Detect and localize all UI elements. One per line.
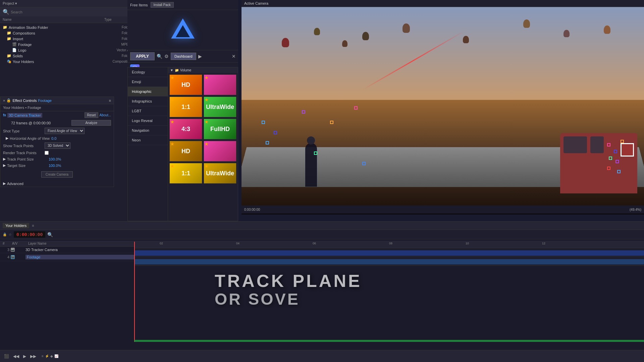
tb-snap: ⚡ [45, 354, 49, 358]
marker-6 [314, 152, 317, 155]
shot-type-label: Shot Type [3, 129, 43, 133]
category-item-ecology[interactable]: Ecology [128, 67, 168, 77]
project-label[interactable]: Project ▾ [3, 1, 17, 6]
preset-thumb-pink: ★ [204, 75, 236, 95]
category-item-infographics[interactable]: Infographics [128, 97, 168, 106]
settings-icon[interactable]: ⚙ [164, 54, 169, 59]
track-expand-icon[interactable]: ▶ [3, 157, 6, 161]
layer-video-icon[interactable]: 📷 [11, 248, 15, 252]
layer-footage-icon[interactable]: 🎬 [11, 255, 15, 259]
list-item[interactable]: 📁 Import Folder [0, 36, 134, 42]
apply-button[interactable]: APPLY [130, 52, 155, 60]
install-pack-button[interactable]: Install Pack [151, 2, 174, 8]
track-clip-4 [134, 259, 644, 264]
list-item[interactable]: 📁 Animation Studio Folder Folder [0, 24, 134, 30]
tb-graph: 📈 [54, 354, 58, 358]
category-item-logo-reveal[interactable]: Logo Reveal [128, 116, 168, 126]
preview-image: 0:00:00:00 (49.4%) [241, 7, 644, 214]
ruler-10: 10 [466, 242, 469, 245]
preset-thumb-4to3: ★ 4:3 [170, 119, 202, 139]
advanced-row[interactable]: ▶ Advanced [0, 180, 114, 187]
preset-card-ultrawide[interactable]: ★ UltraWide [204, 97, 236, 117]
shot-type-dropdown[interactable]: Fixed Angle of View [45, 128, 85, 134]
show-track-label: Show Track Points [3, 144, 43, 148]
advanced-expand-icon[interactable]: ▶ [3, 181, 6, 186]
layer-num-3: 3 [3, 248, 9, 252]
preset-label: 4:3 [181, 126, 190, 133]
tb-btn-3[interactable]: ▶▶ [29, 353, 38, 359]
expand-icon[interactable]: ▶ [6, 136, 8, 140]
layer-av-icons2: 🎬 [11, 255, 24, 259]
marker-van-4 [621, 140, 624, 143]
list-item[interactable]: 📁 Compositions Folder [0, 30, 134, 36]
preset-thumb-yellow1to1: ★ 1:1 [170, 163, 202, 183]
project-header: Project ▾ [0, 0, 134, 7]
marker-van-6 [607, 167, 610, 170]
frames-info: 72 frames @ 0:00:00:00 [11, 121, 51, 125]
preset-card-hd2[interactable]: ★ HD [169, 141, 202, 162]
category-item-navigation[interactable]: Navigation [128, 126, 168, 135]
list-item[interactable]: 📁 Solids Folder [0, 53, 134, 59]
person-body [305, 143, 317, 187]
search-icon: 🔍 [3, 9, 9, 15]
list-item[interactable]: 🎬 Footage MPEG [0, 42, 134, 47]
track-points-dropdown[interactable]: 3D Solved [45, 142, 70, 149]
preset-thumb-pink2: ★ [204, 141, 236, 161]
create-camera-button[interactable]: Create Camera [41, 171, 73, 178]
preset-card-pink[interactable]: ★ [204, 74, 236, 95]
close-button[interactable]: × [232, 53, 235, 60]
preset-card-pink2[interactable]: ★ [204, 141, 236, 162]
balloon-4 [402, 23, 410, 33]
playhead[interactable] [134, 242, 135, 342]
timeline-tab-comp[interactable]: Your Holders [3, 223, 29, 228]
category-item-holographic[interactable]: Holographic [128, 87, 168, 97]
balloon-8 [604, 25, 610, 34]
arrow-icon[interactable]: ▶ [198, 54, 202, 59]
balloon-2 [314, 28, 320, 35]
list-item[interactable]: 🎭 Your Holders Composition [0, 59, 134, 64]
search-input[interactable] [11, 10, 78, 14]
marker-van-1 [607, 143, 610, 146]
effect-name[interactable]: 3D Camera Tracker [7, 113, 42, 118]
advanced-label: Advanced [7, 182, 23, 186]
preset-label: UltraWide [206, 104, 234, 111]
track-clip-3 [134, 250, 644, 256]
preview-zoom: (49.4%) [630, 208, 641, 212]
reset-button[interactable]: Reset [85, 112, 98, 118]
about-button[interactable]: About... [100, 113, 111, 117]
analyze-button[interactable]: Analyze [71, 120, 111, 126]
target-expand-icon[interactable]: ▶ [3, 163, 6, 168]
file-tree: 📁 Animation Studio Folder Folder 📁 Compo… [0, 23, 134, 66]
search-icon[interactable]: 🔍 [157, 54, 162, 59]
render-track-checkbox[interactable] [45, 151, 49, 155]
marker-van-3 [609, 157, 612, 160]
preset-label: 1:1 [181, 104, 190, 111]
van-side-window [590, 136, 604, 153]
preview-header: Active Camera [241, 0, 644, 7]
menu-icon[interactable]: ≡ [109, 99, 111, 103]
preset-card-1to1[interactable]: ★ 1:1 [169, 97, 202, 117]
timeline-header: Your Holders ≡ [0, 222, 644, 230]
dashboard-button[interactable]: Dashboard [171, 53, 196, 60]
menu-icon[interactable]: ≡ [32, 224, 34, 228]
col-header-name: Name [3, 18, 102, 21]
category-item-lgbt[interactable]: LGBT [128, 106, 168, 116]
preset-card-hd[interactable]: ★ HD [169, 74, 202, 95]
preset-card-ultrawide2[interactable]: ★ UltraWide [204, 163, 236, 184]
tb-btn-2[interactable]: ◀◀ [12, 353, 20, 359]
list-item[interactable]: 📄 Logo Vector Art [0, 47, 134, 53]
close-icon[interactable]: × [3, 99, 5, 103]
tb-btn-1[interactable]: ⬛ [3, 353, 10, 359]
timeline-timecode: 0:00:00:00 [14, 231, 45, 238]
star-icon: ★ [205, 142, 208, 146]
category-item-emoji[interactable]: Emoji [128, 77, 168, 87]
preset-card-1to1-2[interactable]: ★ 1:1 [169, 163, 202, 184]
tb-btn-play[interactable]: ▶ [22, 353, 28, 359]
preset-card-4to3[interactable]: ★ 4:3 [169, 119, 202, 139]
folder-expand-icon[interactable]: ▼ [170, 68, 173, 72]
file-name: Import [13, 37, 120, 41]
search-layers-icon[interactable]: 🔍 [47, 232, 53, 237]
preset-card-fullhd[interactable]: ★ FullHD [204, 119, 236, 139]
category-item-neon[interactable]: Neon [128, 135, 168, 145]
ruler-02: 02 [160, 242, 163, 245]
